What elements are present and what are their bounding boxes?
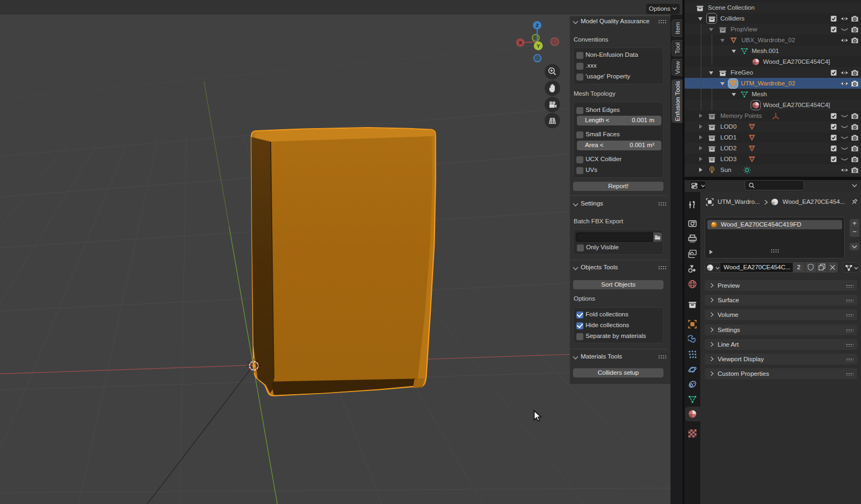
svg-text:Z: Z [536, 22, 539, 28]
svg-text:X: X [518, 39, 522, 45]
svg-text:Y: Y [536, 43, 540, 49]
